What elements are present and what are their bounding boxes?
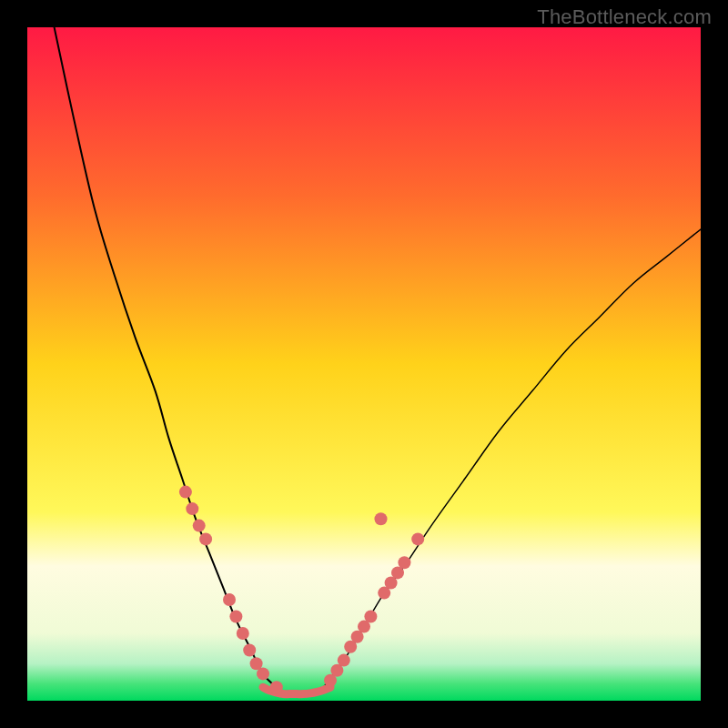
series-stray-dot: [375, 512, 388, 525]
data-point: [338, 654, 350, 667]
plot-svg: [27, 27, 701, 701]
data-point: [193, 520, 206, 532]
data-point: [375, 512, 388, 525]
watermark-label: TheBottleneck.com: [537, 5, 712, 29]
chart-frame: TheBottleneck.com: [0, 0, 728, 728]
plot-background: [27, 27, 701, 701]
data-point: [411, 532, 424, 545]
data-point: [257, 667, 269, 680]
data-point: [243, 644, 256, 657]
data-point: [229, 611, 242, 623]
data-point: [223, 593, 236, 606]
data-point: [270, 681, 283, 693]
data-point: [179, 486, 192, 499]
data-point: [398, 556, 410, 569]
data-point: [364, 611, 377, 623]
data-point: [199, 532, 212, 545]
data-point: [186, 502, 198, 515]
data-point: [237, 627, 249, 640]
plot-area: [27, 27, 701, 701]
